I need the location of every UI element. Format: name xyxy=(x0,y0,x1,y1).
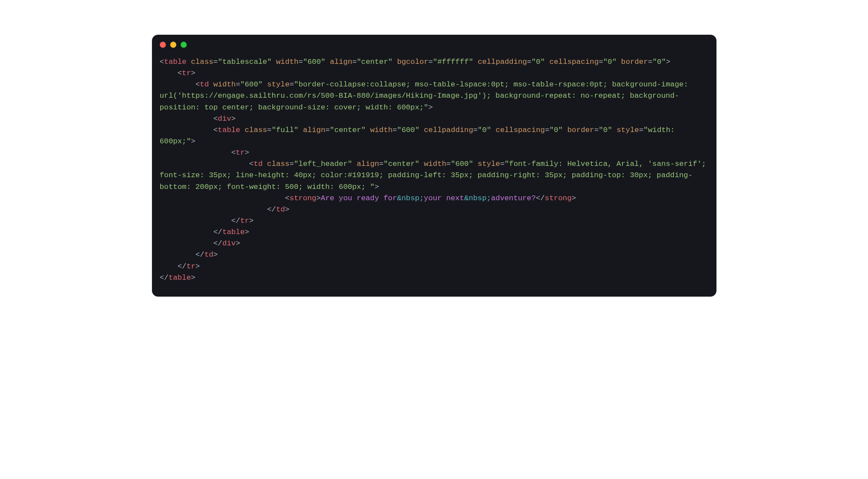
code-window: <table class="tablescale" width="600" al… xyxy=(152,35,716,297)
attr-value: 600 xyxy=(402,126,415,134)
attr-value: 0 xyxy=(482,126,486,134)
attr-value: center xyxy=(388,160,415,168)
attr-value: #ffffff xyxy=(437,58,469,66)
attr-value: full xyxy=(276,126,294,134)
window-close-button[interactable] xyxy=(160,42,166,48)
code-block: <table class="tablescale" width="600" al… xyxy=(152,52,716,297)
attr-value: tablescale xyxy=(222,58,267,66)
entity-nbsp: &nbsp; xyxy=(464,194,491,202)
attr-value: left_header xyxy=(298,160,347,168)
attr-value: center xyxy=(334,126,361,134)
attr-value: 600 xyxy=(307,58,321,66)
entity-nbsp: &nbsp; xyxy=(397,194,424,202)
attr-value: 0 xyxy=(603,126,607,134)
window-zoom-button[interactable] xyxy=(181,42,187,48)
attr-value: 0 xyxy=(607,58,612,66)
window-titlebar xyxy=(152,35,716,52)
attr-value: 0 xyxy=(554,126,558,134)
strong-text: Are you ready for xyxy=(321,194,397,202)
window-minimize-button[interactable] xyxy=(170,42,176,48)
attr-value: 600 xyxy=(455,160,469,168)
strong-text: adventure? xyxy=(491,194,536,202)
strong-text: your next xyxy=(424,194,464,202)
attr-value: 0 xyxy=(536,58,540,66)
attr-value: 600 xyxy=(245,80,258,89)
attr-value: center xyxy=(361,58,388,66)
attr-value: 0 xyxy=(657,58,661,66)
